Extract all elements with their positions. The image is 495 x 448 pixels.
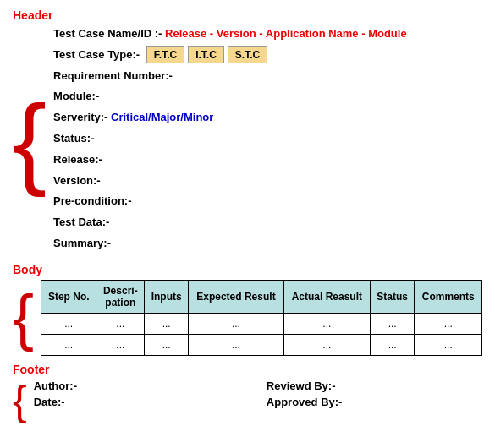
col-inputs: Inputs xyxy=(145,280,189,313)
table-cell: ... xyxy=(96,334,145,355)
header-content: Test Case Name/ID :- Release - Version -… xyxy=(53,25,482,256)
footer-content: Author:- Reviewd By:- Date:- Approved By… xyxy=(34,380,482,422)
table-cell: ... xyxy=(41,313,96,334)
author-field: Author:- xyxy=(34,380,250,392)
precondition-row: Pre-condition:- xyxy=(53,193,482,210)
footer-label: Footer xyxy=(13,363,482,376)
severity-row: Serverity:- Critical/Major/Minor xyxy=(53,109,482,127)
body-brace: { xyxy=(13,280,34,356)
summary-row: Summary:- xyxy=(53,235,482,253)
reviewed-by-field: Reviewd By:- xyxy=(267,380,482,392)
requirement-row: Requirement Number:- xyxy=(53,68,482,85)
table-cell: ... xyxy=(370,334,415,355)
testcase-type-label: Test Case Type:- xyxy=(53,48,140,61)
table-cell: ... xyxy=(189,334,284,355)
header-brace: { xyxy=(13,25,47,256)
footer-brace: { xyxy=(13,380,27,422)
col-actual-result: Actual Reasult xyxy=(283,280,370,313)
body-label: Body xyxy=(13,263,482,276)
testdata-row: Test Data:- xyxy=(53,214,482,232)
table-cell: ... xyxy=(145,313,189,334)
table-cell: ... xyxy=(283,334,370,355)
col-step-no: Step No. xyxy=(41,280,96,313)
version-label: Version:- xyxy=(53,174,101,187)
table-cell: ... xyxy=(415,313,482,334)
module-row: Module:- xyxy=(53,88,482,106)
col-expected-result: Expected Result xyxy=(189,280,284,313)
table-header-row: Step No. Descri-pation Inputs Expected R… xyxy=(41,280,482,313)
ftc-button[interactable]: F.T.C xyxy=(146,46,184,63)
ftc-buttons-group: F.T.C I.T.C S.T.C xyxy=(146,46,267,63)
status-label: Status:- xyxy=(53,132,94,145)
release-label: Release:- xyxy=(53,153,102,166)
table-cell: ... xyxy=(96,313,145,334)
summary-label: Summary:- xyxy=(53,237,111,249)
release-row: Release:- xyxy=(53,151,482,169)
version-row: Version:- xyxy=(53,172,482,190)
module-label: Module:- xyxy=(53,90,99,102)
testcase-type-row: Test Case Type:- F.T.C I.T.C S.T.C xyxy=(53,46,482,64)
table-cell: ... xyxy=(370,313,415,334)
approved-by-field: Approved By:- xyxy=(267,396,482,408)
test-steps-table: Step No. Descri-pation Inputs Expected R… xyxy=(41,280,482,356)
table-cell: ... xyxy=(41,334,96,355)
testcase-name-label: Test Case Name/ID :- xyxy=(53,27,162,40)
table-cell: ... xyxy=(189,313,284,334)
testcase-name-row: Test Case Name/ID :- Release - Version -… xyxy=(53,25,482,43)
body-content: Step No. Descri-pation Inputs Expected R… xyxy=(41,280,482,356)
testdata-label: Test Data:- xyxy=(53,216,109,228)
severity-value: Critical/Major/Minor xyxy=(111,111,213,123)
table-cell: ... xyxy=(283,313,370,334)
stc-button[interactable]: S.T.C xyxy=(228,46,267,63)
footer-grid: Author:- Reviewd By:- Date:- Approved By… xyxy=(34,380,482,408)
header-label: Header xyxy=(13,8,482,22)
table-row: ..................... xyxy=(41,334,482,355)
col-status: Status xyxy=(370,280,415,313)
requirement-label: Requirement Number:- xyxy=(53,69,173,82)
col-comments: Comments xyxy=(415,280,482,313)
itc-button[interactable]: I.T.C xyxy=(188,46,224,63)
testcase-name-value: Release - Version - Application Name - M… xyxy=(165,27,407,40)
status-row: Status:- xyxy=(53,130,482,148)
table-cell: ... xyxy=(145,334,189,355)
date-field: Date:- xyxy=(34,396,250,408)
severity-label: Serverity:- xyxy=(53,111,107,123)
table-cell: ... xyxy=(415,334,482,355)
precondition-label: Pre-condition:- xyxy=(53,194,131,207)
table-row: ..................... xyxy=(41,313,482,334)
col-description: Descri-pation xyxy=(96,280,145,313)
